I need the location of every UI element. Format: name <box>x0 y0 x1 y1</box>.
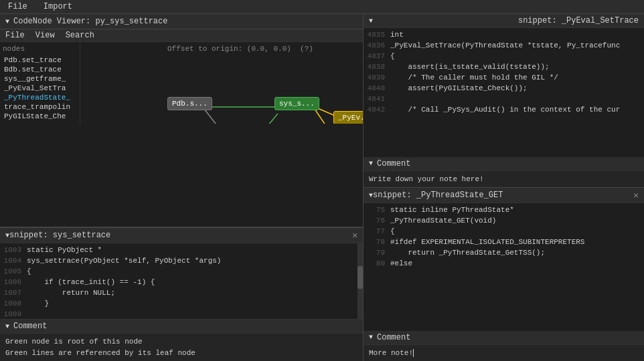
snippet-pythread-header: ▼ snippet: _PyThreadState_GET ✕ <box>364 188 644 203</box>
graph-panel-header: ▼ CodeNode Viewer: py_sys_settrace <box>0 14 363 29</box>
code-line-4842: 4842 /* Call _PySys_Audit() in the conte… <box>364 104 644 115</box>
comment-pyeval-triangle: ▼ <box>369 160 373 167</box>
snippet-pythread-title: snippet: _PyThreadState_GET <box>373 191 503 200</box>
graph-search-menu[interactable]: Search <box>66 31 94 40</box>
code-line-80: 80 #else <box>364 258 644 269</box>
comment-sys-text: Green node is root of this node Green li… <box>0 334 363 361</box>
code-line-1005: 1005 { <box>0 266 357 277</box>
code-line-1008: 1008 } <box>0 298 357 309</box>
code-line-4838: 4838 assert(is_tstate_valid(tstate)); <box>364 62 644 72</box>
node-list-item-pygil[interactable]: PyGILState_Che <box>3 112 77 121</box>
left-panel: ▼ CodeNode Viewer: py_sys_settrace File … <box>0 14 364 361</box>
right-panel: ▼ snippet: _PyEval_SetTrace 4835 int 483… <box>364 14 644 361</box>
snippet-pyeval-triangle: ▼ <box>369 17 373 25</box>
code-line-76: 76 _PyThreadState_GET(void) <box>364 215 644 226</box>
code-line-4839: 4839 /* The caller must hold the GIL */ <box>364 72 644 83</box>
nodes-area: nodes Pdb.set_trace Bdb.set_trace sys__g… <box>0 42 363 124</box>
snippet-sys-title: snippet: sys_settrace <box>9 231 110 240</box>
graph-area: ▼ CodeNode Viewer: py_sys_settrace File … <box>0 14 363 227</box>
node-list-item-trace[interactable]: trace_trampolin <box>3 102 77 112</box>
graph-toolbar: File View Search <box>0 29 363 42</box>
snippet-pythread-content[interactable]: 75 static inline PyThreadState* 76 _PyTh… <box>364 203 644 331</box>
code-line-1003: 1003 static PyObject * <box>0 245 357 255</box>
graph-view-menu[interactable]: View <box>35 31 55 40</box>
comment-sys-header: ▼ Comment <box>0 320 363 334</box>
comment-pythread-text[interactable]: More note! <box>364 345 644 362</box>
comment-pyeval-title: Comment <box>377 159 410 168</box>
code-line-4837: 4837 { <box>364 51 644 62</box>
comment-sys-panel: ▼ Comment Green node is root of this nod… <box>0 319 363 361</box>
graph-edges <box>80 42 363 124</box>
code-line-1006: 1006 if (trace_init() == -1) { <box>0 277 357 287</box>
comment-pyeval-header: ▼ Comment <box>364 157 644 171</box>
comment-pyeval-text: Write down your note here! <box>364 171 644 188</box>
comment-pythread-triangle: ▼ <box>369 334 373 341</box>
snippet-sys-content[interactable]: 1003 static PyObject * 1004 sys_settrace… <box>0 243 357 319</box>
node-list: nodes Pdb.set_trace Bdb.set_trace sys__g… <box>0 42 80 124</box>
comment-pythread-title: Comment <box>377 333 410 342</box>
comment-pythread-header: ▼ Comment <box>364 331 644 345</box>
svg-line-6 <box>204 109 221 124</box>
node-list-item-bdb[interactable]: Bdb.set_trace <box>3 65 77 74</box>
code-line-1007: 1007 return NULL; <box>0 287 357 298</box>
nodes-header: nodes <box>3 45 77 53</box>
code-line-1009: 1009 <box>0 309 357 319</box>
code-line-75: 75 static inline PyThreadState* <box>364 205 644 215</box>
main-layout: ▼ CodeNode Viewer: py_sys_settrace File … <box>0 14 644 361</box>
svg-line-1 <box>258 114 278 124</box>
snippet-sys-panel: ▼ snippet: sys_settrace ✕ 1003 static Py… <box>0 227 363 361</box>
graph-panel-title: CodeNode Viewer: py_sys_settrace <box>13 17 167 26</box>
code-line-79: 79 return _PyThreadState_GetTSS(); <box>364 247 644 258</box>
snippet-sys-scrollbar-thumb <box>357 266 363 289</box>
node-list-item-pythread[interactable]: _PyThreadState_ <box>3 93 77 102</box>
node-list-item-sys[interactable]: sys__getframe_ <box>3 74 77 84</box>
code-line-78: 78 #ifdef EXPERIMENTAL_ISOLATED_SUBINTER… <box>364 237 644 247</box>
code-line-4836: 4836 _PyEval_SetTrace(PyThreadState *tst… <box>364 40 644 51</box>
node-pyeval[interactable]: _PyEv... <box>333 111 363 124</box>
node-list-item-pdb[interactable]: Pdb.set_trace <box>3 55 77 65</box>
comment-sys-title: Comment <box>13 322 47 331</box>
code-line-4841: 4841 <box>364 94 644 104</box>
snippet-pyeval-content[interactable]: 4835 int 4836 _PyEval_SetTrace(PyThreadS… <box>364 28 644 157</box>
node-list-item-pyeval[interactable]: _PyEval_SetTra <box>3 84 77 93</box>
graph-canvas[interactable]: Offset to origin: (0.0, 0.0) (?) <box>80 42 363 124</box>
snippet-sys-close[interactable]: ✕ <box>352 230 357 241</box>
snippet-sys-scrollbar[interactable] <box>357 243 363 319</box>
graph-file-menu[interactable]: File <box>5 31 25 40</box>
menu-bar: File Import <box>0 0 644 14</box>
snippet-pythread-panel: ▼ snippet: _PyThreadState_GET ✕ 75 stati… <box>364 188 644 361</box>
triangle-icon: ▼ <box>5 18 9 25</box>
snippet-pyeval-header: ▼ snippet: _PyEval_SetTrace <box>364 14 644 28</box>
code-line-77: 77 { <box>364 226 644 237</box>
menu-file[interactable]: File <box>5 1 30 12</box>
snippet-pyeval-panel: ▼ snippet: _PyEval_SetTrace 4835 int 483… <box>364 14 644 188</box>
snippet-pyeval-title: snippet: _PyEval_SetTrace <box>518 16 639 25</box>
code-line-1004: 1004 sys_settrace(PyObject *self, PyObje… <box>0 255 357 266</box>
code-line-4840: 4840 assert(PyGILState_Check()); <box>364 83 644 94</box>
snippet-pythread-close[interactable]: ✕ <box>633 190 639 201</box>
comment-sys-triangle: ▼ <box>5 323 9 330</box>
menu-import[interactable]: Import <box>41 1 75 12</box>
comment-pyeval-panel: ▼ Comment Write down your note here! <box>364 157 644 188</box>
snippet-sys-header: ▼ snippet: sys_settrace ✕ <box>0 228 363 243</box>
node-sys-s[interactable]: sys_s... <box>274 97 319 110</box>
comment-pythread-panel: ▼ Comment More note! <box>364 331 644 362</box>
code-line-4835: 4835 int <box>364 29 644 40</box>
node-pdb[interactable]: Pdb.s... <box>167 97 212 110</box>
